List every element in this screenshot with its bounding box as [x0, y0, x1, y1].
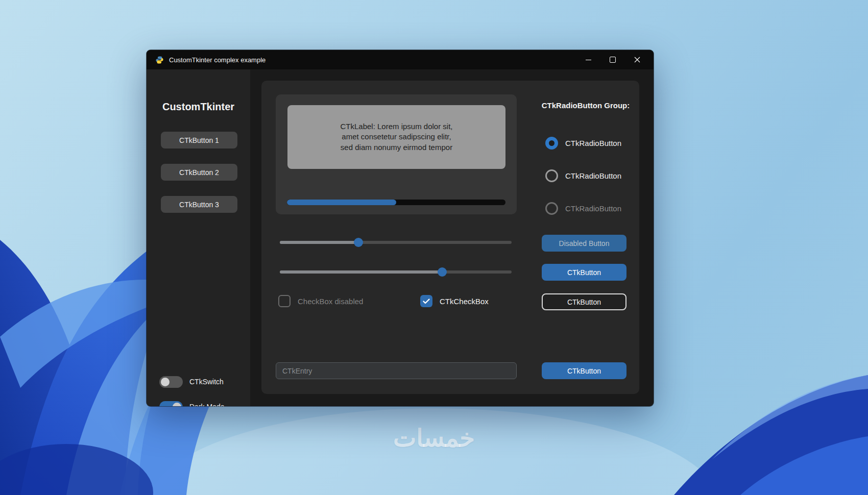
check-icon — [423, 299, 430, 304]
radio-disabled-icon — [545, 202, 558, 215]
progressbar — [287, 200, 505, 205]
dark-mode-toggle[interactable] — [159, 401, 183, 407]
ctkbutton-primary-2[interactable]: CTkButton — [542, 362, 626, 379]
slider-1[interactable] — [280, 238, 512, 247]
radio-label: CTkRadioButton — [565, 139, 621, 147]
customtkinter-window: CustomTkinter complex example CustomTkin… — [147, 50, 654, 406]
checkbox-disabled — [278, 295, 291, 307]
radio-unselected-icon[interactable] — [545, 169, 558, 182]
sidebar: CustomTkinter CTkButton 1 CTkButton 2 CT… — [147, 69, 250, 406]
ctkbutton-outlined[interactable]: CTkButton — [542, 293, 626, 310]
sidebar-button-1[interactable]: CTkButton 1 — [161, 132, 237, 148]
slider-thumb[interactable] — [354, 238, 363, 247]
slider-progress — [280, 241, 358, 244]
window-controls — [576, 50, 649, 69]
dark-mode-row: Dark Mode — [159, 401, 224, 406]
radio-selected-icon[interactable] — [545, 137, 558, 150]
ctkbutton-primary-1[interactable]: CTkButton — [542, 264, 626, 281]
switch-knob — [173, 403, 181, 407]
minimize-button[interactable] — [576, 50, 600, 69]
radio-label: CTkRadioButton — [565, 204, 621, 213]
khamsat-watermark: خمسات — [393, 424, 475, 452]
minimize-icon — [586, 60, 591, 60]
ctkentry-input[interactable] — [276, 362, 517, 379]
checkbox-disabled-label: CheckBox disabled — [298, 297, 363, 306]
close-button[interactable] — [625, 50, 649, 69]
slider-2[interactable] — [280, 267, 512, 277]
ctkcheckbox[interactable] — [420, 295, 432, 307]
maximize-button[interactable] — [600, 50, 625, 69]
main-frame: CTkLabel: Lorem ipsum dolor sit, amet co… — [261, 81, 639, 394]
disabled-button: Disabled Button — [542, 235, 626, 252]
radio-label: CTkRadioButton — [565, 171, 621, 180]
window-title: CustomTkinter complex example — [169, 56, 266, 64]
ctkcheckbox-row: CTkCheckBox — [420, 295, 489, 307]
sidebar-title: CustomTkinter — [147, 101, 250, 113]
radio-row-2[interactable]: CTkRadioButton — [545, 169, 621, 182]
switch-knob — [161, 378, 170, 386]
radio-row-1[interactable]: CTkRadioButton — [545, 136, 621, 150]
maximize-icon — [610, 57, 616, 63]
progressbar-fill — [287, 200, 396, 205]
ctkswitch-label: CTkSwitch — [189, 378, 224, 386]
sidebar-button-2[interactable]: CTkButton 2 — [161, 164, 237, 181]
titlebar[interactable]: CustomTkinter complex example — [147, 50, 654, 69]
ctkswitch-row: CTkSwitch — [159, 376, 224, 388]
dark-mode-label: Dark Mode — [189, 403, 224, 406]
ctkswitch-toggle[interactable] — [159, 376, 183, 388]
ctkcheckbox-label: CTkCheckBox — [440, 297, 489, 306]
sidebar-button-3[interactable]: CTkButton 3 — [161, 196, 237, 213]
python-logo-icon — [155, 56, 164, 64]
slider-progress — [280, 270, 442, 274]
lorem-label: CTkLabel: Lorem ipsum dolor sit, amet co… — [287, 105, 505, 169]
close-icon — [634, 57, 640, 63]
slider-thumb[interactable] — [438, 267, 447, 277]
radio-row-3-disabled: CTkRadioButton — [545, 202, 621, 215]
label-progress-frame: CTkLabel: Lorem ipsum dolor sit, amet co… — [276, 94, 517, 214]
checkbox-disabled-row: CheckBox disabled — [278, 295, 363, 307]
radio-group-title: CTkRadioButton Group: — [527, 101, 644, 110]
